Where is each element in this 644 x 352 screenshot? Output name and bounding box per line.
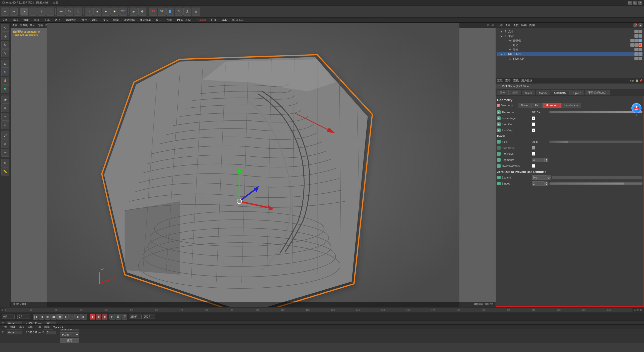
- stop-btn[interactable]: ■: [57, 314, 63, 320]
- obj-vis-light2[interactable]: [634, 48, 638, 51]
- sidebar-magnet[interactable]: ⊛: [1, 140, 9, 148]
- attr-tab-basic[interactable]: 基本: [497, 90, 509, 95]
- menu-select[interactable]: 选择: [33, 18, 40, 22]
- obj-extra-camera[interactable]: [638, 39, 642, 42]
- obj-render-light1[interactable]: [634, 43, 638, 47]
- size-mode-select[interactable]: 绝对尺寸: [60, 332, 79, 337]
- extra-btn2[interactable]: S: [183, 8, 191, 16]
- obj-render-slicer2[interactable]: [638, 57, 642, 60]
- expand-slider[interactable]: [552, 176, 642, 179]
- redshift-btn[interactable]: RS: [149, 8, 157, 16]
- create-light-btn[interactable]: ✦: [110, 8, 118, 16]
- attr-tab-slicer[interactable]: Slicer: [522, 91, 535, 95]
- segments-down[interactable]: ▼: [544, 160, 548, 162]
- render-view-small-btn[interactable]: ▶: [109, 314, 115, 320]
- apply-btn[interactable]: 应用: [60, 338, 79, 343]
- obj-render-camera[interactable]: [634, 39, 638, 42]
- expand-down[interactable]: ▼: [547, 178, 551, 180]
- bottom-menu-tools[interactable]: 工具: [36, 325, 41, 329]
- bevel-size-slider[interactable]: [549, 141, 642, 143]
- record-btn[interactable]: ●: [90, 314, 95, 320]
- play-btn[interactable]: ▶: [63, 314, 69, 320]
- obj-mgr-tab-san[interactable]: 三维: [497, 23, 503, 27]
- obj-pin-icon[interactable]: 📌: [633, 23, 637, 27]
- render-view-btn[interactable]: ▶: [130, 8, 138, 16]
- smooth-stepper[interactable]: ▲ ▼: [544, 182, 548, 186]
- menu-tools[interactable]: 工具: [43, 18, 51, 22]
- create-cube-btn[interactable]: ■: [93, 8, 101, 16]
- create-camera-btn[interactable]: 📷: [119, 8, 127, 16]
- attr-tab-modify[interactable]: Modify: [536, 91, 550, 95]
- sidebar-tool4[interactable]: ☌: [1, 121, 9, 129]
- coord-z-input[interactable]: [7, 331, 22, 334]
- current-frame-input[interactable]: [2, 315, 15, 319]
- sidebar-tool3[interactable]: ⌖: [1, 113, 9, 121]
- menu-script[interactable]: 脚本: [220, 18, 228, 22]
- sidebar-s3[interactable]: S: [1, 85, 9, 93]
- poly-mode-btn[interactable]: ▭: [46, 8, 54, 16]
- menu-insydium[interactable]: INSYDIUM: [176, 18, 192, 22]
- obj-item-light1[interactable]: ✦ 灯光 🔴: [497, 43, 643, 47]
- attr-tab-spline[interactable]: Spline: [570, 91, 584, 95]
- max-frame-input[interactable]: [143, 315, 155, 319]
- minimize-btn[interactable]: ─: [628, 1, 632, 5]
- menu-file[interactable]: 文件: [1, 18, 9, 22]
- coord-b-input[interactable]: [46, 331, 56, 334]
- sidebar-s2[interactable]: S: [1, 77, 9, 85]
- redo-btn[interactable]: ↪: [10, 8, 18, 16]
- obj-item-slicer2[interactable]: ⬡ Slicer (2+): [497, 56, 643, 61]
- end-cap-checkbox[interactable]: [532, 128, 535, 132]
- obj-mgr-tab-layer[interactable]: 图层: [529, 23, 535, 27]
- attr-tab-user[interactable]: 用户数据: [521, 79, 532, 82]
- viewport[interactable]: 查看 摄像机 显示 选项 过滤 过窗口 Redshift ProRender ⊞…: [11, 23, 496, 307]
- obj-mgr-tab-tags[interactable]: 标签: [521, 23, 527, 27]
- obj-render-rkt[interactable]: [638, 52, 642, 56]
- scale-tool-btn[interactable]: ⤡: [74, 8, 82, 16]
- obj-vis-slicer2[interactable]: [634, 57, 638, 60]
- point-mode-btn[interactable]: ·: [29, 8, 37, 16]
- menu-teamrender[interactable]: 团队渲染: [139, 18, 152, 22]
- create-null-btn[interactable]: ○: [85, 8, 93, 16]
- menu-edit[interactable]: 编辑: [12, 18, 19, 22]
- smooth-slider[interactable]: [549, 182, 642, 185]
- go-end-btn[interactable]: ▶|: [81, 314, 87, 320]
- attr-tab-phong[interactable]: 平滑色(Phong): [585, 90, 610, 95]
- record-all-btn[interactable]: ⏺: [96, 314, 101, 320]
- bottom-menu-edit[interactable]: 编辑: [19, 325, 24, 329]
- start-bevel-checkbox[interactable]: [532, 146, 535, 150]
- obj-vis-rkt[interactable]: [634, 52, 638, 56]
- obj-vis-universe[interactable]: [634, 34, 638, 38]
- sidebar-scale[interactable]: ⤡: [1, 49, 9, 57]
- bottom-menu-create[interactable]: 创建: [10, 325, 16, 329]
- close-btn[interactable]: ✕: [638, 1, 642, 5]
- menu-mesh[interactable]: 网格: [54, 18, 61, 22]
- sidebar-measure[interactable]: 📏: [1, 167, 9, 175]
- go-start-btn[interactable]: |◀: [33, 314, 38, 320]
- next-frame-btn[interactable]: ▶: [75, 314, 81, 320]
- expand-stepper[interactable]: ▲ ▼: [547, 175, 551, 180]
- obj-mgr-tab-find[interactable]: 查找: [513, 23, 519, 27]
- bottom-menu-san[interactable]: 三维: [2, 325, 7, 329]
- b-btn[interactable]: B: [166, 8, 174, 16]
- menu-motiontrack[interactable]: 运动跟踪: [123, 18, 136, 22]
- attr-tab-coord[interactable]: 坐标: [509, 90, 521, 95]
- render-anim-btn[interactable]: 🎬: [122, 314, 127, 320]
- end-bevel-checkbox[interactable]: [532, 152, 535, 156]
- prev-key-btn[interactable]: ⏮: [45, 314, 51, 320]
- menu-create[interactable]: 创建: [22, 18, 30, 22]
- bottom-menu-cycles[interactable]: Cycles 4D: [53, 326, 65, 329]
- prev-frame-btn[interactable]: ◀: [39, 314, 45, 320]
- extra-btn1[interactable]: $: [175, 8, 183, 16]
- attr-lock-icon[interactable]: 🔒: [635, 79, 638, 82]
- obj-vis-text[interactable]: [634, 30, 638, 33]
- menu-extend[interactable]: 扩展: [210, 18, 217, 22]
- menu-animate[interactable]: 动画: [91, 18, 99, 22]
- attr-pin-icon[interactable]: 📌: [639, 79, 642, 82]
- sidebar-deform[interactable]: ⤔: [1, 149, 9, 157]
- obj-vis-camera[interactable]: [630, 39, 634, 42]
- sidebar-s1[interactable]: S: [1, 68, 9, 76]
- percentage-checkbox[interactable]: [532, 116, 535, 120]
- geo-type-extruded[interactable]: Extruded: [543, 103, 561, 108]
- obj-render-universe[interactable]: [638, 34, 642, 38]
- obj-item-rkt-slicer[interactable]: ▶ ⬡ RKT Slicer: [497, 52, 643, 56]
